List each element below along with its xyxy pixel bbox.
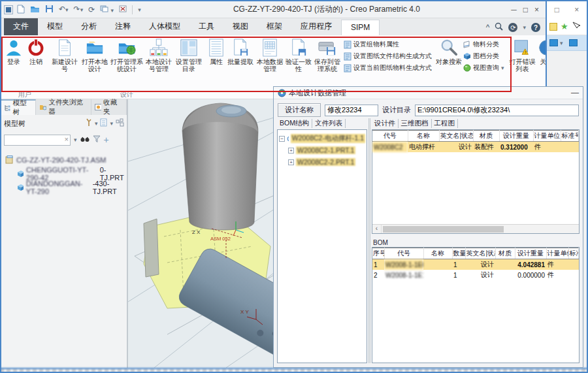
dialog-minimize-button[interactable]: —	[571, 88, 579, 97]
object-search-button[interactable]: 对象搜索	[436, 37, 462, 67]
design-name-button[interactable]: 设计名称	[278, 103, 321, 117]
star-icon[interactable]: ★	[561, 22, 568, 31]
tab-framework[interactable]: 框架	[257, 18, 291, 35]
set-group-material-attr-button[interactable]: 设置组物料属性	[344, 40, 432, 49]
bom-tree-child-2[interactable]: + W2008C2-2.PRT.1	[279, 156, 365, 168]
scroll-left-icon[interactable]: ‹	[372, 225, 382, 233]
close-window-icon[interactable]	[118, 5, 128, 14]
tab-3d-docs[interactable]: 三维图档	[399, 119, 432, 128]
set-mgmt-directory-button[interactable]: 设置管理目录	[174, 37, 204, 74]
search-dropdown-icon[interactable]: ▾	[74, 137, 77, 143]
tree-style-dropdown-icon[interactable]: ▾	[95, 120, 98, 127]
minimize-button[interactable]: ─	[511, 5, 517, 14]
table-row[interactable]: W2008C2 电动撑杆 设计 装配件 0.312000 件	[372, 142, 579, 153]
doc-classify-button[interactable]: 图档分类	[463, 52, 504, 61]
properties-button[interactable]: 属性	[206, 37, 226, 67]
tree-item-assembly[interactable]: CG-ZZ-YT-290-420-TJ.ASM	[5, 153, 125, 167]
design-name-input[interactable]	[325, 105, 378, 116]
material-classify-button[interactable]: 物料分类	[463, 40, 504, 49]
tab-analysis[interactable]: 分析	[72, 18, 106, 35]
sliver-restore-icon[interactable]: □	[555, 5, 559, 14]
bom-tree-child-1[interactable]: + W2008C2-1.PRT.1	[279, 144, 365, 156]
new-design-number-button[interactable]: 新建设计号	[50, 37, 80, 74]
design-dir-input[interactable]	[415, 105, 579, 116]
tab-drawings[interactable]: 工程图	[432, 119, 459, 128]
tab-sipm[interactable]: SIPM	[341, 20, 380, 35]
quick-access-dropdown-icon[interactable]: ▾	[137, 5, 142, 14]
collapse-expander-icon[interactable]: −	[279, 136, 285, 142]
horizontal-scrollbar[interactable]: ‹	[372, 224, 579, 233]
search-input[interactable]: ×	[4, 135, 71, 146]
expand-expander-icon[interactable]: +	[288, 159, 294, 165]
window-switch-icon[interactable]: ▾	[99, 5, 115, 15]
tab-manikin[interactable]: 人体模型	[140, 18, 189, 35]
status-bar	[0, 368, 588, 373]
save-to-system-button[interactable]: 保存到管理系统	[312, 37, 342, 74]
ribbon-group-label-user[interactable]: 用户	[3, 90, 47, 99]
table-row[interactable]: 1 W2008-1-1E0 1 设计 4.042881 件	[372, 259, 579, 270]
tab-bom-structure[interactable]: BOM结构	[277, 119, 312, 128]
redo-icon[interactable]: ↷▾	[73, 5, 85, 14]
bom-tree-root[interactable]: − W2008C2-电动撑杆-1.1	[279, 133, 365, 144]
tree-settings-icon[interactable]	[116, 118, 124, 129]
expand-expander-icon[interactable]: +	[288, 148, 294, 154]
tree-filters-dropdown-icon[interactable]: ▾	[110, 120, 113, 127]
login-button[interactable]: 登录	[3, 37, 25, 67]
tab-annotate[interactable]: 注释	[106, 18, 140, 35]
tab-model-tree[interactable]: 模型树	[1, 99, 36, 115]
open-local-design-button[interactable]: 打开本地设计	[80, 37, 110, 74]
sync-dropdown-icon[interactable]: ▾	[523, 24, 526, 31]
save-icon[interactable]	[44, 4, 55, 15]
find-binoculars-icon[interactable]	[80, 135, 90, 144]
tab-favorites[interactable]: 收藏夹	[91, 99, 127, 115]
regenerate-icon[interactable]: ⟳	[87, 5, 96, 14]
sliver-close-icon[interactable]: ×	[574, 5, 579, 14]
dialog-title-bar[interactable]: 本地设计数据管理 —	[274, 87, 583, 99]
logout-button[interactable]: 注销	[25, 37, 47, 67]
verify-consistency-button[interactable]: 验证一致性	[285, 37, 312, 74]
local-design-number-mgmt-button[interactable]: 本地设计号管理	[144, 37, 174, 74]
gray-cylinder[interactable]	[182, 103, 258, 230]
local-data-mgmt-button[interactable]: 本地数据管理	[255, 37, 285, 74]
open-error-list-button[interactable]: ! 打开错误列表	[508, 37, 537, 74]
zoom-cursor-icon[interactable]	[572, 21, 581, 32]
display-style-dropdown-icon[interactable]: ▾	[560, 40, 563, 46]
tab-model[interactable]: 模型	[38, 18, 72, 35]
undo-icon[interactable]: ↶▾	[57, 5, 70, 14]
view-query-button[interactable]: 视图查询▾	[463, 63, 504, 73]
add-icon[interactable]: +	[104, 136, 109, 144]
tab-file[interactable]: 文件	[4, 18, 38, 35]
tree-style-icon[interactable]	[85, 118, 92, 129]
search-icon[interactable]	[495, 22, 503, 33]
clear-search-icon[interactable]: ×	[65, 135, 69, 143]
table-row[interactable]: 2 W2008-1-1E1 1 设计 0.000000 件	[372, 270, 579, 280]
tab-folder-browser[interactable]: 文件夹浏览器	[36, 99, 91, 115]
tree-item-part-1[interactable]: CHENGGUOTI-YT-290-420-TJ.PRT	[5, 167, 125, 180]
help-icon[interactable]: ?	[531, 23, 540, 32]
tab-file-list[interactable]: 文件列表	[312, 119, 346, 128]
filter-funnel-icon[interactable]	[93, 135, 101, 145]
batch-extract-button[interactable]: 批量提取	[226, 37, 255, 67]
tree-item-part-2[interactable]: DIANDONGGAN-YT-290-430-TJ.PRT	[5, 180, 125, 194]
close-button[interactable]: ×	[534, 5, 539, 14]
display-style-icon[interactable]	[549, 39, 558, 46]
sync-status-icon[interactable]: ⟳	[508, 23, 517, 32]
tree-filters-icon[interactable]	[100, 118, 107, 129]
maximize-button[interactable]: □	[523, 5, 528, 14]
open-file-icon[interactable]	[29, 4, 41, 15]
set-current-drawing-material-button[interactable]: 设置当前图纸物料生成方式	[344, 63, 432, 73]
app-icon[interactable]	[4, 5, 13, 14]
view-query-dropdown-icon[interactable]: ▾	[501, 65, 504, 71]
tab-applications[interactable]: 应用程序	[291, 18, 341, 35]
pane-divider[interactable]	[368, 118, 370, 363]
set-drawing-structure-button[interactable]: 设置图纸文件结构生成方式	[344, 52, 432, 61]
tab-design-parts[interactable]: 设计件	[372, 119, 399, 128]
note-icon[interactable]	[549, 23, 557, 31]
scrollbar-thumb[interactable]	[383, 226, 504, 233]
open-system-design-button[interactable]: 打开管理系统设计	[110, 37, 144, 74]
new-file-icon[interactable]	[16, 4, 26, 16]
screen-icon[interactable]	[569, 39, 578, 46]
collapse-ribbon-icon[interactable]: ^	[486, 23, 490, 32]
tab-tools[interactable]: 工具	[189, 18, 223, 35]
tab-view[interactable]: 视图	[223, 18, 257, 35]
